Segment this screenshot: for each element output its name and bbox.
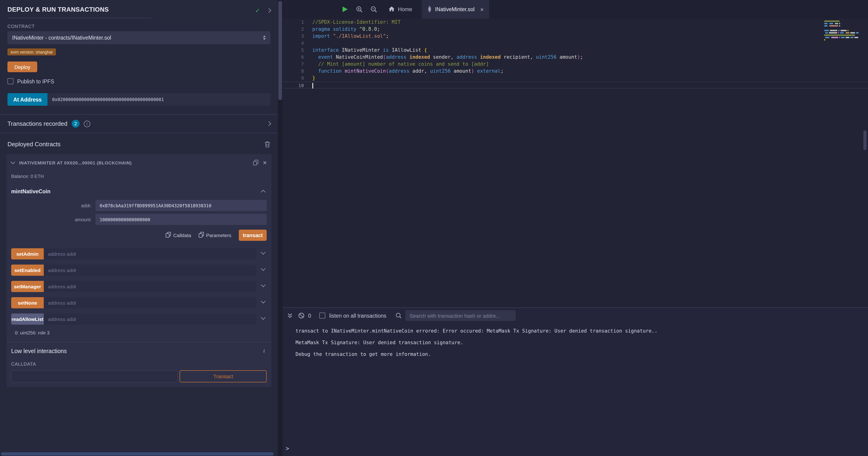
deploy-button[interactable]: Deploy	[7, 61, 37, 72]
calldata-copy-action[interactable]: Calldata	[166, 232, 191, 238]
field-input-amount[interactable]	[95, 214, 267, 225]
transact-button[interactable]: transact	[239, 230, 267, 241]
copy-icon	[198, 232, 204, 238]
chevron-up-icon[interactable]	[261, 190, 266, 195]
code-text: // Mint [amount] number of native coins …	[304, 61, 489, 67]
copy-icon[interactable]	[253, 160, 258, 165]
minimap-line	[824, 32, 859, 33]
function-input-readAllowList[interactable]	[44, 313, 256, 325]
function-button-setNone[interactable]: setNone	[11, 297, 44, 308]
function-button-setAdmin[interactable]: setAdmin	[11, 248, 44, 259]
close-icon[interactable]: ×	[263, 159, 267, 166]
publish-ipfs-row[interactable]: Publish to IPFS	[7, 78, 270, 84]
search-icon	[396, 313, 402, 319]
code-line-2[interactable]: 2pragma solidity ^0.8.0;	[282, 26, 868, 33]
calldata-input[interactable]	[11, 370, 178, 382]
terminal-search-input[interactable]	[405, 310, 516, 321]
panel-title: DEPLOY & RUN TRANSACTIONS	[7, 6, 152, 18]
function-name: mintNativeCoin	[11, 189, 51, 194]
scrollbar-handle[interactable]	[278, 1, 282, 100]
panel-horizontal-scrollbar[interactable]	[1, 452, 274, 456]
zoom-in-icon[interactable]	[356, 6, 363, 12]
parameters-copy-action[interactable]: Parameters	[198, 232, 231, 238]
function-input-setAdmin[interactable]	[44, 248, 256, 259]
function-field-row: amount:	[11, 214, 267, 225]
double-chevron-down-icon[interactable]	[287, 313, 293, 319]
function-input-setNone[interactable]	[44, 297, 256, 308]
chevron-down-icon[interactable]	[261, 299, 266, 304]
home-icon	[389, 6, 395, 12]
transactions-recorded-bar[interactable]: Transactions recorded 2 i	[0, 114, 278, 133]
function-actions: Calldata Parameters transact	[11, 230, 267, 241]
code-line-3[interactable]: 3import "./IAllowList.sol";	[282, 33, 868, 39]
at-address-input[interactable]	[48, 93, 270, 106]
tab-close-icon[interactable]: ×	[480, 6, 484, 12]
play-icon[interactable]	[342, 6, 348, 12]
plugin-ok-check-icon: ✓	[255, 7, 260, 13]
chevron-down-icon[interactable]	[261, 315, 266, 320]
low-level-transact-button[interactable]: Transact	[180, 370, 267, 382]
field-input-addr[interactable]	[95, 200, 267, 211]
code-line-4[interactable]: 4	[282, 39, 868, 47]
listen-all-transactions-checkbox[interactable]	[319, 313, 326, 319]
deployed-contracts-header: Deployed Contracts	[0, 133, 278, 151]
instance-title: INATIVEMINTER AT 0X020...00001 (BLOCKCHA…	[19, 160, 249, 165]
instance-header[interactable]: INATIVEMINTER AT 0X020...00001 (BLOCKCHA…	[6, 154, 271, 170]
function-button-setManager[interactable]: setManager	[11, 281, 44, 292]
code-line-9[interactable]: 9}	[282, 75, 868, 82]
editor-tabbar: Home INativeMinter.sol ×	[282, 0, 868, 19]
function-button-readAllowList[interactable]: readAllowList	[11, 313, 44, 325]
terminal-prompt[interactable]: >	[282, 445, 868, 456]
instance-balance: Balance: 0 ETH	[6, 170, 271, 179]
terminal-logs[interactable]: transact to INativeMinter.mintNativeCoin…	[282, 323, 868, 445]
field-label: addr:	[11, 203, 95, 208]
open-function-header[interactable]: mintNativeCoin	[11, 189, 267, 194]
code-line-8[interactable]: 8 function mintNativeCoin(address addr, …	[282, 67, 868, 75]
info-icon: i	[84, 120, 90, 127]
code-lines: 1//SPDX-License-Identifier: MIT2pragma s…	[282, 19, 868, 88]
chevron-right-icon[interactable]	[267, 121, 271, 126]
function-button-setEnabled[interactable]: setEnabled	[11, 264, 44, 276]
code-line-10[interactable]: 10	[282, 82, 868, 88]
code-line-7[interactable]: 7 // Mint [amount] number of native coin…	[282, 61, 868, 67]
listen-all-transactions-label: listen on all transactions	[329, 313, 386, 318]
code-line-6[interactable]: 6 event NativeCoinMinted(address indexed…	[282, 54, 868, 61]
terminal: 0 listen on all transactions transact to…	[282, 307, 868, 456]
tab-inativeminter-sol[interactable]: INativeMinter.sol ×	[422, 0, 489, 19]
code-text: event NativeCoinMinted(address indexed s…	[304, 54, 583, 61]
code-text: }	[304, 75, 315, 82]
minimap-line	[824, 21, 859, 22]
zoom-out-icon[interactable]	[370, 6, 377, 12]
clear-console-ban-icon[interactable]	[298, 313, 304, 319]
code-line-1[interactable]: 1//SPDX-License-Identifier: MIT	[282, 19, 868, 26]
code-text: pragma solidity ^0.8.0;	[304, 26, 380, 33]
panel-expand-chevron-icon[interactable]	[267, 8, 271, 13]
plugin-header: DEPLOY & RUN TRANSACTIONS ✓	[0, 0, 278, 18]
tab-home[interactable]: Home	[383, 0, 418, 19]
trash-icon[interactable]	[265, 141, 270, 147]
code-line-5[interactable]: 5interface INativeMinter is IAllowList {	[282, 47, 868, 54]
code-editor[interactable]: 1//SPDX-License-Identifier: MIT2pragma s…	[282, 19, 868, 307]
contract-select-value: INativeMinter - contracts/INativeMinter.…	[12, 35, 263, 40]
publish-ipfs-checkbox[interactable]	[7, 78, 13, 84]
at-address-button[interactable]: At Address	[7, 93, 48, 106]
minimap[interactable]	[824, 21, 859, 44]
chevron-down-icon[interactable]	[261, 283, 266, 287]
function-input-setEnabled[interactable]	[44, 264, 256, 276]
function-input-setManager[interactable]	[44, 281, 256, 292]
info-icon[interactable]: i	[263, 347, 265, 354]
chevron-down-icon[interactable]	[10, 160, 15, 164]
chevron-down-icon[interactable]	[261, 266, 266, 271]
contract-select[interactable]: INativeMinter - contracts/INativeMinter.…	[7, 31, 270, 44]
panel-vertical-scrollbar[interactable]	[278, 0, 282, 456]
deployed-instance-card: INATIVEMINTER AT 0X020...00001 (BLOCKCHA…	[6, 154, 271, 387]
chevron-down-icon[interactable]	[261, 250, 266, 255]
line-number: 8	[282, 67, 304, 75]
minimap-line	[824, 37, 859, 38]
minimap-line	[824, 39, 859, 40]
minimap-line	[824, 30, 859, 31]
calldata-action-label: Calldata	[173, 232, 191, 238]
code-text: //SPDX-License-Identifier: MIT	[304, 19, 401, 26]
editor-scrollbar-handle[interactable]	[863, 131, 867, 150]
line-number: 6	[282, 54, 304, 61]
